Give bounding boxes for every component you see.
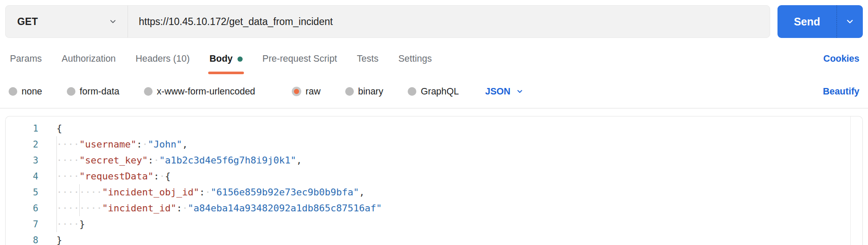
body-mode-label: GraphQL	[421, 86, 459, 97]
code-token-ws: ·	[205, 187, 210, 198]
code-line[interactable]: 3····"secret_key":·"a1b2c3d4e5f6g7h8i9j0…	[6, 152, 850, 168]
body-mode-graphql[interactable]: GraphQL	[408, 86, 459, 97]
beautify-link[interactable]: Beautify	[823, 86, 859, 97]
code-line[interactable]: 8}	[6, 232, 850, 245]
code-token-ws: ····	[56, 139, 79, 150]
method-label: GET	[17, 16, 38, 28]
code-token-punc: }	[79, 219, 85, 229]
code-line[interactable]: 7····}	[6, 216, 850, 232]
code-token-key: "username"	[79, 139, 136, 150]
body-mode-label: raw	[306, 86, 321, 97]
code-token-punc: ,	[296, 155, 302, 166]
code-line-content: {	[56, 120, 62, 136]
radio-selected-icon	[292, 87, 301, 96]
line-number: 3	[6, 155, 38, 166]
request-tabs: ParamsAuthorizationHeaders (10)BodyPre-r…	[10, 44, 432, 74]
section-divider	[0, 108, 868, 109]
code-token-punc: {	[56, 123, 62, 134]
code-line[interactable]: 2····"username":·"John",	[6, 136, 850, 152]
indent-guide	[79, 184, 80, 200]
code-token-str: "a1b2c3d4e5f6g7h8i9j0k1"	[159, 155, 296, 166]
body-language-select[interactable]: JSON	[485, 86, 524, 97]
code-token-punc: :	[136, 139, 142, 150]
tab-params[interactable]: Params	[10, 44, 42, 74]
tab-tests[interactable]: Tests	[357, 44, 378, 74]
code-line-content: ····"secret_key":·"a1b2c3d4e5f6g7h8i9j0k…	[56, 152, 302, 168]
body-mode-raw[interactable]: raw	[292, 86, 321, 97]
body-language-label: JSON	[485, 86, 511, 97]
body-mode-label: form-data	[80, 86, 119, 97]
method-select[interactable]: GET	[6, 6, 128, 38]
radio-icon	[408, 87, 416, 96]
code-token-ws: ····	[56, 219, 79, 229]
tab-label: Pre-request Script	[262, 53, 337, 64]
line-number: 5	[6, 187, 38, 198]
code-token-ws: ····	[56, 155, 79, 166]
code-editor[interactable]: 1{2····"username":·"John",3····"secret_k…	[5, 116, 863, 245]
body-mode-binary[interactable]: binary	[345, 86, 384, 97]
body-mode-x-www-form-urlencoded[interactable]: x-www-form-urlencoded	[144, 86, 255, 97]
tab-settings[interactable]: Settings	[398, 44, 432, 74]
send-button-group: Send	[777, 5, 863, 38]
radio-icon	[144, 87, 153, 96]
code-token-punc: ,	[182, 139, 187, 150]
code-token-ws: ·	[142, 139, 148, 150]
indent-guide	[56, 168, 57, 184]
chevron-down-icon	[845, 17, 855, 26]
code-token-ws: ·	[153, 155, 159, 166]
tab-authorization[interactable]: Authorization	[62, 44, 116, 74]
line-number: 2	[6, 139, 38, 150]
line-number: 1	[6, 123, 38, 134]
url-bar: GET https://10.45.10.172/get_data_from_i…	[5, 5, 770, 38]
tab-label: Headers (10)	[136, 53, 190, 64]
radio-icon	[67, 87, 75, 96]
tab-body[interactable]: Body	[209, 44, 243, 74]
indent-guide	[56, 200, 57, 216]
chevron-down-icon	[109, 17, 117, 26]
active-tab-underline	[208, 72, 244, 74]
cookies-link[interactable]: Cookies	[823, 53, 859, 64]
code-line[interactable]: 4····"requestData":·{	[6, 168, 850, 184]
send-options-button[interactable]	[837, 5, 863, 38]
code-line[interactable]: 6········"incident_id":·"a84eba14a934820…	[6, 200, 850, 216]
line-number: 7	[6, 219, 38, 229]
code-line[interactable]: 1{	[6, 120, 850, 136]
body-mode-none[interactable]: none	[9, 86, 42, 97]
line-number: 8	[6, 235, 38, 245]
body-mode-label: none	[22, 86, 42, 97]
editor-scrollbar[interactable]	[850, 116, 862, 245]
request-tabs-row: ParamsAuthorizationHeaders (10)BodyPre-r…	[10, 44, 859, 74]
tab-pre-request-script[interactable]: Pre-request Script	[262, 44, 337, 74]
body-mode-label: binary	[358, 86, 384, 97]
tab-label: Tests	[357, 53, 378, 64]
body-mode-label: x-www-form-urlencoded	[157, 86, 255, 97]
tab-label: Settings	[398, 53, 432, 64]
indent-guide	[56, 184, 57, 200]
code-line-content: ····}	[56, 216, 85, 232]
chevron-down-icon	[516, 88, 524, 95]
code-token-ws: ····	[56, 171, 79, 182]
send-button[interactable]: Send	[777, 5, 837, 38]
request-url-row: GET https://10.45.10.172/get_data_from_i…	[5, 5, 863, 38]
code-token-punc: :	[148, 155, 153, 166]
indent-guide	[56, 152, 57, 168]
body-mode-radios: noneform-datax-www-form-urlencodedrawbin…	[9, 86, 484, 97]
indent-guide	[56, 136, 57, 152]
code-token-punc: ,	[359, 187, 365, 198]
tab-label: Body	[209, 53, 233, 64]
url-input[interactable]: https://10.45.10.172/get_data_from_incid…	[128, 6, 770, 38]
code-line-content: ····"requestData":·{	[56, 168, 171, 184]
code-token-str: "John"	[148, 139, 182, 150]
tab-headers-10[interactable]: Headers (10)	[136, 44, 190, 74]
code-line[interactable]: 5········"incident_obj_id":·"6156e859b92…	[6, 184, 850, 200]
code-line-content: ····"username":·"John",	[56, 136, 188, 152]
code-token-key: "requestData"	[79, 171, 153, 182]
code-token-key: "incident_id"	[102, 203, 176, 214]
code-token-punc: }	[56, 235, 62, 245]
code-token-ws: ·	[159, 171, 165, 182]
body-mode-form-data[interactable]: form-data	[67, 86, 119, 97]
tab-label: Params	[10, 53, 42, 64]
line-number: 6	[6, 203, 38, 214]
radio-icon	[345, 87, 354, 96]
body-content-dot	[237, 57, 243, 62]
